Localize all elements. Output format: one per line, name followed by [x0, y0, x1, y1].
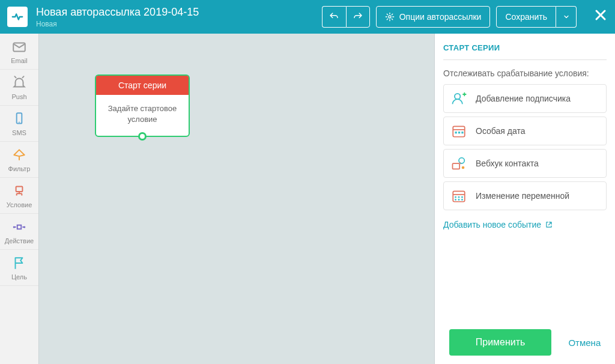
node-title: Старт серии — [96, 76, 189, 95]
gear-icon — [385, 12, 395, 22]
svg-rect-4 — [16, 186, 23, 192]
tool-label: Условие — [7, 201, 32, 208]
flag-icon — [11, 255, 27, 271]
panel-footer: Применить Отмена — [443, 329, 607, 356]
panel-title: СТАРТ СЕРИИ — [443, 43, 607, 60]
trigger-variable-change[interactable]: Изменение переменной — [443, 181, 607, 210]
header-title-group: Новая авторассылка 2019-04-15 Новая — [36, 6, 199, 28]
add-event-link[interactable]: Добавить новое событие — [443, 220, 607, 229]
trigger-label: Вебхук контакта — [476, 159, 539, 168]
properties-panel: СТАРТ СЕРИИ Отслеживать срабатывание усл… — [435, 34, 615, 364]
condition-icon — [11, 183, 27, 199]
main-layout: Email Push SMS Фильтр Условие Действие Ц… — [0, 34, 615, 364]
filter-icon — [11, 147, 27, 163]
calendar-grid-icon — [450, 187, 467, 204]
trigger-label: Изменение переменной — [476, 191, 569, 201]
user-add-icon — [450, 90, 467, 107]
page-status: Новая — [36, 20, 199, 28]
tool-goal[interactable]: Цель — [0, 250, 38, 286]
webhook-icon — [450, 155, 467, 172]
node-body: Задайте стартовое условие — [96, 95, 189, 136]
phone-icon — [11, 111, 27, 127]
save-group: Сохранить — [496, 6, 577, 28]
flow-canvas[interactable]: Старт серии Задайте стартовое условие — [38, 34, 435, 364]
app-header: Новая авторассылка 2019-04-15 Новая Опци… — [0, 0, 615, 34]
tool-filter[interactable]: Фильтр — [0, 142, 38, 178]
calendar-icon — [450, 123, 467, 139]
tool-label: Email — [11, 57, 28, 64]
svg-point-22 — [461, 199, 463, 201]
redo-icon — [353, 11, 363, 22]
svg-rect-12 — [461, 132, 463, 133]
save-dropdown-button[interactable] — [556, 6, 577, 28]
svg-rect-13 — [453, 163, 460, 169]
undo-icon — [329, 11, 339, 22]
undo-redo-group — [322, 6, 370, 28]
external-link-icon — [545, 220, 553, 229]
tool-label: SMS — [12, 129, 26, 136]
options-label: Опции авторассылки — [399, 12, 482, 22]
redo-button[interactable] — [346, 6, 370, 28]
tool-label: Push — [11, 93, 26, 100]
page-title: Новая авторассылка 2019-04-15 — [36, 6, 199, 19]
node-output-port[interactable] — [138, 132, 147, 141]
cancel-link[interactable]: Отмена — [568, 338, 601, 348]
svg-rect-5 — [17, 225, 22, 229]
tool-push[interactable]: Push — [0, 70, 38, 106]
svg-point-15 — [462, 166, 465, 169]
trigger-webhook[interactable]: Вебхук контакта — [443, 149, 607, 178]
undo-button[interactable] — [322, 6, 346, 28]
header-actions: Опции авторассылки Сохранить — [322, 6, 608, 28]
svg-point-19 — [461, 196, 463, 198]
svg-point-18 — [458, 196, 460, 198]
start-node[interactable]: Старт серии Задайте стартовое условие — [95, 74, 190, 137]
svg-point-7 — [23, 226, 25, 228]
trigger-add-subscriber[interactable]: Добавление подписчика — [443, 84, 607, 113]
tool-label: Фильтр — [8, 165, 31, 172]
svg-point-21 — [458, 199, 460, 201]
svg-rect-10 — [455, 132, 457, 133]
tool-condition[interactable]: Условие — [0, 178, 38, 214]
panel-track-label: Отслеживать срабатывание условия: — [443, 68, 607, 78]
tool-label: Действие — [5, 237, 34, 244]
tool-sms[interactable]: SMS — [0, 106, 38, 142]
trigger-list: Добавление подписчика Особая дата Вебхук… — [443, 84, 607, 210]
close-icon — [593, 8, 608, 22]
close-button[interactable] — [593, 8, 608, 26]
tool-label: Цель — [11, 273, 27, 281]
svg-point-8 — [455, 94, 460, 99]
svg-point-17 — [455, 196, 456, 198]
action-icon — [11, 219, 27, 235]
email-icon — [11, 39, 27, 55]
app-logo — [7, 7, 28, 27]
svg-point-0 — [389, 16, 391, 18]
svg-rect-11 — [458, 132, 460, 133]
tool-action[interactable]: Действие — [0, 214, 38, 250]
trigger-special-date[interactable]: Особая дата — [443, 117, 607, 145]
svg-point-3 — [19, 121, 20, 123]
trigger-label: Особая дата — [476, 126, 525, 136]
toolbox-sidebar: Email Push SMS Фильтр Условие Действие Ц… — [0, 34, 38, 364]
svg-point-6 — [13, 226, 15, 228]
tool-email[interactable]: Email — [0, 34, 38, 70]
apply-button[interactable]: Применить — [449, 329, 552, 356]
chevron-down-icon — [563, 13, 570, 20]
save-button[interactable]: Сохранить — [496, 6, 556, 28]
svg-point-20 — [455, 199, 456, 201]
trigger-label: Добавление подписчика — [476, 94, 571, 103]
bell-icon — [11, 75, 27, 91]
options-button[interactable]: Опции авторассылки — [376, 6, 491, 28]
